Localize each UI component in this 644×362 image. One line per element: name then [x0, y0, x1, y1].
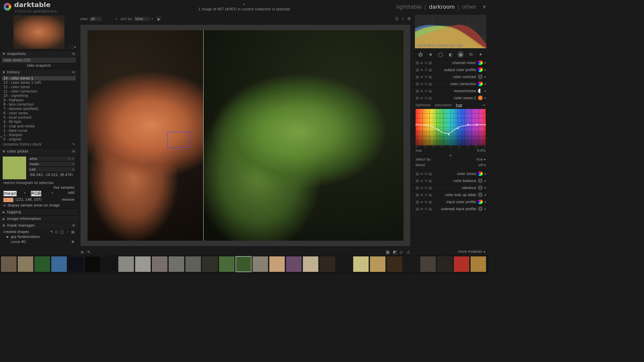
blend-value[interactable]: off ▾ — [479, 163, 486, 167]
module-preset-icon[interactable]: ▤ — [429, 68, 432, 72]
module-expand-icon[interactable]: ◂ — [484, 68, 486, 71]
module-preset-icon[interactable]: ▤ — [429, 75, 432, 79]
module-multi-icon[interactable]: ≡ — [420, 82, 423, 86]
gear-icon[interactable]: ⚙ — [71, 240, 74, 244]
module-expand-icon[interactable]: ◂ — [484, 200, 486, 203]
module-multi-icon[interactable]: ≡ — [420, 68, 423, 72]
ellipse-icon[interactable]: ◯ — [60, 230, 64, 234]
filmstrip-thumb[interactable] — [319, 256, 335, 272]
group-basic-icon[interactable]: ◯ — [437, 51, 444, 58]
history-item[interactable]: 1 - sharpen — [2, 133, 76, 137]
module-reset-icon[interactable]: ↺ — [424, 172, 427, 176]
filmstrip-thumb[interactable] — [152, 256, 168, 272]
module-multi-icon[interactable]: ≡ — [420, 89, 423, 93]
sort-select[interactable]: time — [134, 17, 150, 21]
module-reset-icon[interactable]: ↺ — [424, 179, 427, 183]
circle-icon[interactable]: ○ — [55, 230, 58, 234]
picker-icon[interactable]: ✍ — [483, 103, 486, 107]
module-enable-icon[interactable]: ⏻ — [416, 186, 419, 190]
module-enable-icon[interactable]: ⏻ — [416, 193, 419, 197]
filmstrip-thumb[interactable] — [202, 256, 218, 272]
module-color-contrast[interactable]: ⏻≡↺▤color contrast◂ — [413, 73, 488, 80]
view-select[interactable]: all — [90, 17, 102, 21]
module-reset-icon[interactable]: ↺ — [424, 89, 427, 93]
filmstrip-thumb[interactable] — [269, 256, 285, 272]
gear-icon[interactable]: ⚙ — [72, 70, 75, 74]
history-item[interactable]: 13 - color zones 1 (off) — [2, 80, 76, 85]
filmstrip-thumb[interactable] — [286, 256, 302, 272]
color-picker-rectangle[interactable] — [167, 132, 190, 148]
module-preset-icon[interactable]: ▤ — [429, 61, 432, 65]
module-enable-icon[interactable]: ⏻ — [416, 179, 419, 183]
history-item[interactable]: 0 - original — [2, 137, 76, 141]
color-picker-header[interactable]: ▼ color picker ⚙ — [0, 148, 78, 155]
module-reset-icon[interactable]: ↺ — [424, 193, 427, 197]
picker-space2-select[interactable]: RGB — [31, 191, 41, 196]
module-color-look-up-table[interactable]: ⏻≡↺▤color look up table◂ — [413, 191, 488, 198]
compress-history-button[interactable]: compress history stack — [3, 142, 72, 146]
module-multi-icon[interactable]: ≡ — [420, 96, 423, 100]
history-item[interactable]: 9 - highpass — [2, 98, 76, 102]
module-monochrome[interactable]: ⏻≡↺▤monochrome◂ — [413, 87, 488, 94]
cz-tab-lightness[interactable]: lightness — [416, 103, 431, 107]
sort-direction-button[interactable]: ▲ — [156, 16, 161, 21]
filmstrip-thumb[interactable] — [17, 256, 34, 272]
group-color-icon[interactable]: ◉ — [457, 51, 464, 58]
gamut-icon[interactable]: ◩ — [393, 250, 397, 254]
module-expand-icon[interactable]: ◂ — [484, 89, 486, 93]
module-color-balance[interactable]: ⏻≡↺▤color balance◂ — [413, 177, 488, 184]
history-item[interactable]: 14 - color zones 1 — [2, 76, 76, 80]
module-expand-icon[interactable]: ◂ — [484, 82, 486, 85]
picker-mode-select[interactable]: area▾ ✍ — [28, 157, 75, 161]
path-icon[interactable]: ⟋ — [66, 230, 69, 234]
filmstrip-thumb[interactable] — [185, 256, 201, 272]
filmstrip-thumb[interactable] — [168, 256, 184, 272]
module-reset-icon[interactable]: ↺ — [424, 207, 427, 211]
history-item[interactable]: 12 - color zones — [2, 85, 76, 89]
mode-darkroom[interactable]: darkroom — [429, 4, 455, 10]
filmstrip-thumb[interactable] — [68, 256, 84, 272]
module-preset-icon[interactable]: ▤ — [429, 200, 432, 204]
snapshots-header[interactable]: ▼ snapshots ⚙ — [0, 51, 78, 57]
module-color-correction[interactable]: ⏻≡↺▤color correction◂ — [413, 80, 488, 87]
picker-remove-button[interactable]: remove — [62, 198, 74, 202]
quick-presets-icon[interactable]: ≡ — [80, 250, 84, 254]
gear-icon[interactable]: ⚙ — [72, 52, 75, 56]
picker-stat-select[interactable]: mean▾ — [28, 162, 75, 166]
module-preset-icon[interactable]: ▤ — [429, 89, 432, 93]
module-channel-mixer[interactable]: ⏻≡↺▤channel mixer◂ — [413, 59, 488, 66]
gradient-icon[interactable]: ▤ — [71, 230, 74, 234]
mode-other[interactable]: other — [462, 4, 476, 10]
cz-tab-hue[interactable]: hue — [456, 103, 462, 107]
module-enable-icon[interactable]: ⏻ — [416, 207, 419, 211]
filmstrip-thumb[interactable] — [34, 256, 50, 272]
history-item[interactable]: 7 - denoise (profiled) — [2, 107, 76, 111]
module-preset-icon[interactable]: ▤ — [429, 186, 432, 190]
filmstrip-thumb[interactable] — [386, 256, 402, 272]
module-unbreak-input-profile[interactable]: ⏻≡↺▤unbreak input profile◂ — [413, 205, 488, 212]
module-enable-icon[interactable]: ⏻ — [416, 68, 419, 72]
mode-menu-chevron-icon[interactable]: ▾ — [483, 4, 486, 10]
styles-icon[interactable]: ✎ — [87, 250, 91, 254]
group-favorites-icon[interactable]: ★ — [427, 51, 434, 58]
brush-icon[interactable]: ✎ — [50, 230, 53, 234]
filmstrip-thumb[interactable] — [252, 256, 268, 272]
filmstrip-thumb[interactable] — [336, 256, 352, 272]
module-enable-icon[interactable]: ⏻ — [416, 75, 419, 79]
filmstrip-thumb[interactable] — [453, 256, 470, 272]
filmstrip-thumb[interactable] — [403, 256, 419, 272]
module-multi-icon[interactable]: ≡ — [420, 61, 423, 65]
module-input-color-profile[interactable]: ⏻≡↺▤input color profile◂ — [413, 198, 488, 205]
module-enable-icon[interactable]: ⏻ — [416, 96, 419, 100]
history-item[interactable]: 6 - color zones — [2, 111, 76, 115]
more-modules-button[interactable]: more modules ◂ — [413, 247, 488, 255]
grouping-icon[interactable]: G — [395, 16, 398, 21]
filmstrip-thumb[interactable] — [85, 256, 101, 272]
module-expand-icon[interactable]: ◂ — [484, 75, 486, 78]
group-effect-icon[interactable]: ✦ — [477, 51, 484, 58]
filmstrip-thumb[interactable] — [1, 256, 17, 272]
module-preset-icon[interactable]: ▤ — [429, 179, 432, 183]
snapshot-item[interactable]: color zones (13) — [2, 58, 76, 63]
mix-value[interactable]: 0.0% — [477, 149, 486, 153]
module-preset-icon[interactable]: ▤ — [429, 172, 432, 176]
